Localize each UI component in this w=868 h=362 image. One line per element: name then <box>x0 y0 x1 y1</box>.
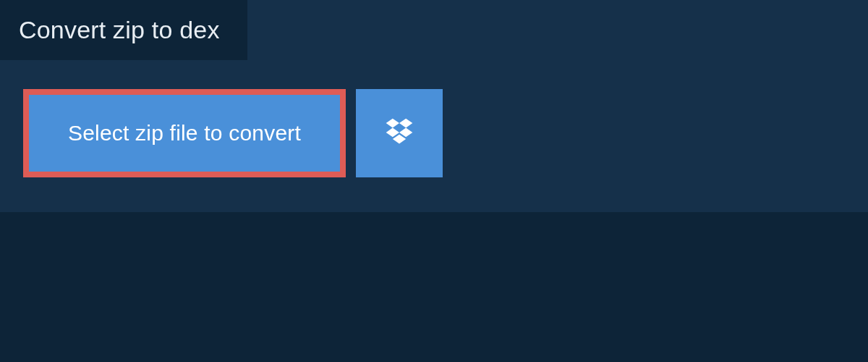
select-file-button[interactable]: Select zip file to convert <box>29 95 340 172</box>
dropbox-button[interactable] <box>356 89 443 177</box>
converter-panel: Convert zip to dex Select zip file to co… <box>0 0 868 212</box>
dropbox-icon <box>383 116 415 151</box>
controls-row: Select zip file to convert <box>0 60 868 177</box>
page-title: Convert zip to dex <box>0 0 247 60</box>
select-file-highlight: Select zip file to convert <box>23 89 346 177</box>
